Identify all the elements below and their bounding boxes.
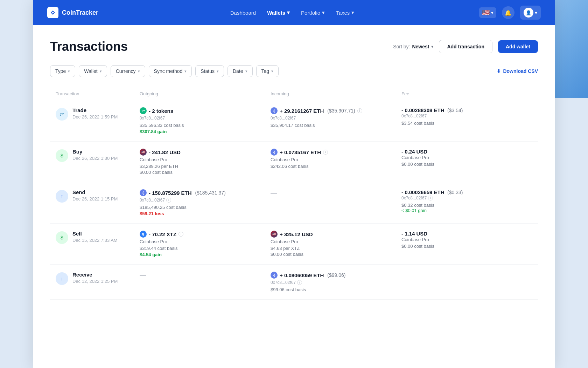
outgoing-amount: - 241.82 USD	[149, 149, 181, 155]
cost-basis: $242.06 cost basis	[271, 164, 401, 169]
tx-incoming: ⟠ + 0.0735167 ETH i Coinbase Pro $242.06…	[271, 149, 401, 169]
notifications-button[interactable]: 🔔	[502, 6, 514, 19]
app-name: CoinTracker	[62, 9, 98, 16]
currency-chevron-icon	[138, 69, 140, 74]
filter-tag[interactable]: Tag	[256, 65, 279, 77]
coin-icon-eth: ⟠	[271, 272, 278, 279]
fee-cost-basis: $0.00 cost basis	[401, 244, 532, 249]
fee-address: 0x7c8...02f67	[401, 114, 532, 118]
per-coin: $4.63 per XTZ	[271, 246, 401, 251]
nav-dashboard[interactable]: Dashboard	[230, 10, 256, 16]
fee-amount-usd: ($3.54)	[447, 108, 463, 113]
tx-outgoing: ꜩ - 70.22 XTZ i Coinbase Pro $319.44 cos…	[140, 231, 271, 257]
tx-date: Dec 26, 2022 1:59 PM	[72, 114, 118, 120]
tx-type-name: Receive	[72, 272, 118, 278]
tx-fee: - 0.00026659 ETH ($0.33) 0x7c8...02f67 i…	[401, 189, 532, 213]
download-csv-button[interactable]: ⬇ Download CSV	[497, 68, 538, 74]
sort-control[interactable]: Sort by: Newest	[393, 44, 433, 49]
user-menu-button[interactable]: 👤 ▾	[520, 6, 541, 20]
nav-right: 🇺🇸 ▾ 🔔 👤 ▾	[479, 6, 541, 20]
taxes-chevron-icon	[351, 9, 354, 16]
coin-icon-usd: 🇺🇸	[271, 231, 278, 238]
tx-incoming: 🇺🇸 + 325.12 USD Coinbase Pro $4.63 per X…	[271, 231, 401, 257]
nav-portfolio[interactable]: Portfolio	[301, 9, 325, 16]
nav-taxes[interactable]: Taxes	[336, 9, 354, 16]
tx-incoming: ⟠ + 29.2161267 ETH ($35,907.71) i 0x7c8.…	[271, 107, 401, 128]
fee-cost-basis: $0.32 cost basis	[401, 203, 532, 208]
flag-icon: 🇺🇸	[482, 9, 490, 16]
outgoing-amount: - 70.22 XTZ	[149, 231, 176, 237]
sync-chevron-icon	[184, 69, 187, 74]
app-logo[interactable]: CoinTracker	[47, 7, 98, 18]
info-icon[interactable]: i	[166, 198, 171, 203]
col-header-incoming: Incoming	[271, 91, 401, 96]
table-row[interactable]: $ Sell Dec 15, 2022 7:33 AM ꜩ - 70.22 XT…	[50, 224, 538, 265]
filter-sync-method[interactable]: Sync method	[149, 65, 192, 77]
info-icon[interactable]: i	[178, 232, 183, 237]
incoming-amount: + 0.0735167 ETH	[280, 149, 321, 155]
info-icon[interactable]: i	[357, 108, 362, 113]
tx-outgoing: —	[140, 272, 271, 279]
status-chevron-icon	[217, 69, 219, 74]
table-row[interactable]: ⇄ Trade Dec 26, 2022 1:59 PM T+ - 2 toke…	[50, 100, 538, 142]
filter-date[interactable]: Date	[227, 65, 253, 77]
flag-chevron-icon: ▾	[491, 10, 493, 15]
coin-icon-eth: ⟠	[271, 149, 278, 156]
wallet-name: Coinbase Pro	[140, 239, 271, 244]
info-icon[interactable]: i	[323, 150, 328, 155]
outgoing-amount: - 150.875299 ETH	[149, 190, 192, 196]
add-wallet-button[interactable]: Add wallet	[498, 40, 538, 53]
tx-incoming: —	[271, 189, 401, 197]
col-header-transaction: Transaction	[56, 91, 140, 96]
cost-basis: $185,490.25 cost basis	[140, 205, 271, 210]
tx-address: 0x7c8...02f67 i	[140, 198, 271, 203]
add-transaction-button[interactable]: Add transaction	[439, 40, 492, 53]
tx-address: 0x7c8...02f67	[140, 116, 271, 121]
info-icon[interactable]: i	[297, 280, 302, 285]
tx-fee: - 0.24 USD Coinbase Pro $0.00 cost basis	[401, 149, 532, 167]
filters-bar: Type Wallet Currency Sync method Status …	[50, 65, 538, 83]
outgoing-dash: —	[140, 272, 146, 279]
tx-fee: - 0.00288308 ETH ($3.54) 0x7c8...02f67 $…	[401, 107, 532, 126]
filter-type[interactable]: Type	[50, 65, 75, 77]
tx-date: Dec 26, 2022 1:15 PM	[72, 196, 118, 202]
fee-amount: - 0.00288308 ETH	[401, 107, 444, 113]
tx-type-cell: $ Buy Dec 26, 2022 1:30 PM	[56, 149, 140, 162]
filter-wallet[interactable]: Wallet	[79, 65, 107, 77]
table-row[interactable]: ↑ Send Dec 26, 2022 1:15 PM ⟠ - 150.8752…	[50, 182, 538, 224]
tx-date: Dec 12, 2022 1:25 PM	[72, 279, 118, 284]
receive-icon: ↓	[56, 272, 68, 285]
wallet-name: Coinbase Pro	[271, 157, 401, 162]
info-icon[interactable]: i	[428, 196, 433, 200]
tx-type-cell: ↑ Send Dec 26, 2022 1:15 PM	[56, 189, 140, 203]
table-row[interactable]: ↓ Receive Dec 12, 2022 1:25 PM — ⟠ + 0.0…	[50, 265, 538, 300]
incoming-amount-usd: ($99.06)	[327, 272, 345, 278]
fee-address: 0x7c8...02f67 i	[401, 196, 532, 200]
outgoing-amount: - 2 tokens	[149, 108, 173, 114]
cost-basis: $0.00 cost basis	[140, 170, 271, 175]
buy-icon: $	[56, 149, 68, 162]
fee-wallet: Coinbase Pro	[401, 155, 532, 160]
fee-amount: - 1.14 USD	[401, 231, 427, 237]
tx-type-name: Trade	[72, 107, 118, 113]
nav-links: Dashboard Wallets Portfolio Taxes	[122, 9, 462, 16]
col-header-outgoing: Outgoing	[140, 91, 271, 96]
incoming-amount: + 29.2161267 ETH	[280, 108, 324, 114]
wallet-name: Coinbase Pro	[271, 239, 401, 244]
incoming-amount: + 0.08060059 ETH	[280, 272, 324, 278]
nav-wallets[interactable]: Wallets	[267, 9, 290, 16]
filter-status[interactable]: Status	[195, 65, 224, 77]
gain-loss: < $0.01 gain	[401, 208, 532, 213]
tx-outgoing: ⟠ - 150.875299 ETH ($185,431.37) 0x7c8..…	[140, 189, 271, 216]
per-coin: $3,289.26 per ETH	[140, 164, 271, 169]
incoming-amount: + 325.12 USD	[280, 231, 313, 237]
header-actions: Sort by: Newest Add transaction Add wall…	[393, 40, 538, 53]
tag-chevron-icon	[271, 69, 273, 74]
language-selector[interactable]: 🇺🇸 ▾	[479, 7, 496, 18]
filter-currency[interactable]: Currency	[111, 65, 145, 77]
gain-loss: $4.54 gain	[140, 252, 271, 257]
cost-basis: $35,904.17 cost basis	[271, 123, 401, 128]
sell-icon: $	[56, 231, 68, 244]
table-row[interactable]: $ Buy Dec 26, 2022 1:30 PM 🇺🇸 - 241.82 U…	[50, 142, 538, 182]
coin-icon-telos: T+	[140, 107, 147, 114]
